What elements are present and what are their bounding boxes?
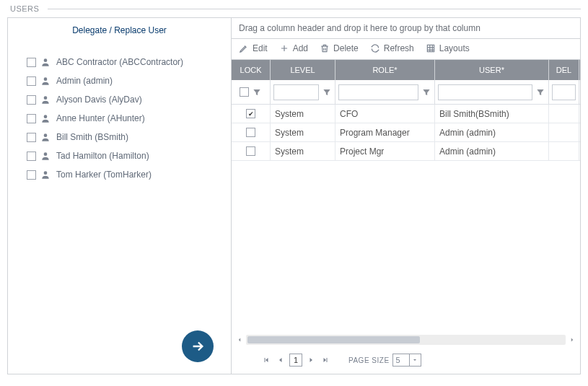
- transfer-button[interactable]: [182, 330, 214, 362]
- col-header-user[interactable]: USER*: [435, 60, 549, 80]
- user-checkbox[interactable]: [27, 76, 36, 86]
- grid-icon: [426, 43, 436, 53]
- user-checkbox[interactable]: [27, 114, 36, 123]
- svg-point-3: [44, 115, 48, 118]
- user-list-item[interactable]: Bill Smith (BSmith): [27, 128, 221, 146]
- horizontal-scrollbar[interactable]: [232, 333, 580, 346]
- user-name: Admin (admin): [56, 76, 113, 86]
- toolbar: Edit Add Delete Refresh Layouts: [232, 39, 580, 60]
- user-checkbox[interactable]: [27, 95, 36, 105]
- edit-label: Edit: [253, 43, 268, 53]
- person-icon: [40, 170, 51, 180]
- pager-prev-button[interactable]: [275, 354, 286, 366]
- cell-del: [549, 105, 579, 123]
- add-button[interactable]: Add: [279, 43, 308, 53]
- filter-icon[interactable]: [535, 87, 545, 97]
- user-checkbox[interactable]: [27, 58, 36, 67]
- filter-user-input[interactable]: [438, 84, 532, 100]
- edit-button[interactable]: Edit: [239, 43, 268, 53]
- trash-icon: [320, 43, 330, 53]
- layouts-button[interactable]: Layouts: [426, 43, 470, 53]
- col-header-role[interactable]: ROLE*: [335, 60, 435, 80]
- filter-level-input[interactable]: [273, 84, 319, 100]
- cell-role: Program Manager: [335, 123, 435, 141]
- filter-icon[interactable]: [322, 87, 332, 97]
- refresh-icon: [370, 43, 380, 53]
- pencil-icon: [239, 43, 249, 53]
- user-list-item[interactable]: Alyson Davis (AlyDav): [27, 90, 221, 109]
- divider: [48, 9, 581, 9]
- person-icon: [40, 113, 51, 123]
- pager-first-button[interactable]: [260, 354, 272, 366]
- row-lock-checkbox[interactable]: [246, 109, 255, 118]
- grid-header-row: LOCK LEVEL ROLE* USER* DEL: [232, 60, 580, 80]
- pager-last-button[interactable]: [320, 354, 331, 366]
- cell-del: [549, 142, 579, 160]
- scroll-left-icon[interactable]: [236, 336, 243, 343]
- user-checkbox[interactable]: [27, 133, 36, 142]
- group-by-bar[interactable]: Drag a column header and drop it here to…: [232, 18, 580, 39]
- user-list: ABC Contractor (ABCContractor)Admin (adm…: [8, 48, 231, 184]
- col-header-del[interactable]: DEL: [549, 60, 579, 80]
- svg-point-5: [44, 152, 48, 156]
- cell-lock: [232, 142, 271, 160]
- user-list-item[interactable]: Anne Hunter (AHunter): [27, 109, 221, 128]
- row-lock-checkbox[interactable]: [246, 146, 255, 156]
- svg-point-1: [44, 77, 48, 81]
- table-row[interactable]: SystemCFOBill Smith(BSmith): [232, 105, 580, 123]
- cell-level: System: [271, 123, 335, 141]
- last-page-icon: [321, 356, 330, 364]
- scrollbar-thumb[interactable]: [247, 336, 420, 343]
- user-name: Bill Smith (BSmith): [56, 132, 128, 142]
- scroll-right-icon[interactable]: [569, 336, 576, 343]
- filter-icon[interactable]: [252, 87, 262, 97]
- col-header-lock[interactable]: LOCK: [232, 60, 271, 80]
- table-row[interactable]: SystemProject MgrAdmin (admin): [232, 142, 580, 161]
- user-name: ABC Contractor (ABCContractor): [56, 57, 183, 67]
- right-panel: Drag a column header and drop it here to…: [232, 18, 580, 374]
- user-list-item[interactable]: Admin (admin): [27, 71, 221, 90]
- main-panel: Delegate / Replace User ABC Contractor (…: [7, 17, 581, 374]
- cell-lock: [232, 123, 271, 141]
- first-page-icon: [262, 356, 271, 364]
- delete-label: Delete: [333, 43, 359, 53]
- person-icon: [40, 132, 51, 142]
- person-icon: [40, 76, 51, 86]
- cell-user: Admin (admin): [435, 142, 549, 160]
- person-icon: [40, 151, 51, 161]
- col-header-level[interactable]: LEVEL: [271, 60, 335, 80]
- layouts-label: Layouts: [439, 43, 470, 53]
- pager-page-number[interactable]: 1: [289, 354, 302, 367]
- delete-button[interactable]: Delete: [320, 43, 359, 53]
- user-name: Tom Harker (TomHarker): [56, 170, 152, 180]
- user-checkbox[interactable]: [27, 152, 36, 161]
- user-list-item[interactable]: ABC Contractor (ABCContractor): [27, 53, 221, 71]
- user-list-item[interactable]: Tad Hamilton (Hamilton): [27, 146, 221, 165]
- scrollbar-track[interactable]: [246, 335, 566, 345]
- table-row[interactable]: SystemProgram ManagerAdmin (admin): [232, 123, 580, 142]
- next-page-icon: [307, 356, 315, 364]
- user-checkbox[interactable]: [27, 170, 36, 180]
- user-name: Anne Hunter (AHunter): [56, 113, 145, 123]
- person-icon: [40, 95, 51, 105]
- filter-del-input[interactable]: [552, 84, 576, 100]
- cell-level: System: [271, 105, 335, 123]
- refresh-button[interactable]: Refresh: [370, 43, 414, 53]
- grid-filter-row: [232, 80, 580, 105]
- pager-next-button[interactable]: [305, 354, 317, 366]
- section-header: USERS: [0, 0, 588, 14]
- left-panel: Delegate / Replace User ABC Contractor (…: [8, 18, 232, 374]
- filter-lock-checkbox[interactable]: [240, 87, 249, 97]
- filter-role-input[interactable]: [338, 84, 418, 100]
- user-name: Tad Hamilton (Hamilton): [56, 151, 149, 161]
- user-list-item[interactable]: Tom Harker (TomHarker): [27, 165, 221, 184]
- filter-icon[interactable]: [421, 87, 431, 97]
- filter-lock-cell: [232, 80, 271, 104]
- svg-rect-7: [427, 45, 434, 51]
- filter-user-cell: [435, 80, 549, 104]
- plus-icon: [279, 43, 289, 53]
- filter-role-cell: [335, 80, 435, 104]
- row-lock-checkbox[interactable]: [246, 128, 255, 137]
- page-size-dropdown[interactable]: [410, 354, 421, 367]
- page-size-select[interactable]: 5: [392, 354, 421, 367]
